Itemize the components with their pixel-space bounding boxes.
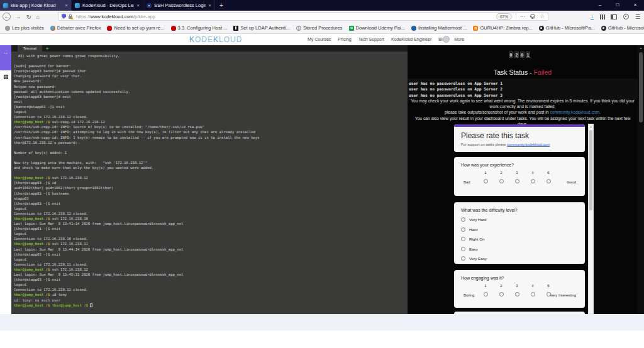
forward-button[interactable]: → bbox=[16, 14, 21, 20]
scale-radio[interactable] bbox=[547, 179, 551, 183]
bookmark-item[interactable]: GitHub - Microsoft/Pa... bbox=[536, 24, 597, 31]
minimize-button[interactable]: – bbox=[591, 0, 609, 11]
scroll-up-arrow-icon[interactable]: ▲ bbox=[589, 125, 593, 129]
terminal-line: logout bbox=[14, 282, 406, 287]
browser-tab-3[interactable]: SSH Passwordless Login Using × bbox=[143, 0, 215, 11]
redhat-icon bbox=[107, 26, 112, 31]
terminal-line: logout bbox=[14, 206, 406, 211]
terminal-line: exit bbox=[14, 99, 406, 104]
page-viewport: KODEKLOUD My Courses Pricing Tech Suppor… bbox=[0, 34, 644, 348]
bookmark-item[interactable]: Les plus visités bbox=[3, 24, 47, 31]
url-bar[interactable]: https://www.kodekloud.com/p/kke-app 67% … bbox=[58, 12, 548, 21]
bookmark-item[interactable]: Installing Mattermost ... bbox=[409, 24, 470, 31]
terminal-line: logout bbox=[14, 257, 406, 262]
globe-icon bbox=[296, 26, 301, 31]
scale-radio[interactable] bbox=[484, 292, 488, 296]
question-text: How engaging was it? bbox=[461, 276, 585, 280]
bookmark-item[interactable]: Set up LDAP Authenti... bbox=[231, 24, 292, 31]
home-button[interactable]: ⌂ bbox=[36, 14, 40, 20]
sidebar-toggle-icon[interactable] bbox=[611, 14, 617, 19]
new-tab-button[interactable]: + bbox=[215, 0, 228, 11]
bookmark-item[interactable]: Débuter avec Firefox bbox=[48, 24, 104, 31]
terminal-line: /usr/bin/ssh-copy-id: INFO: Source of ke… bbox=[14, 124, 406, 129]
redhat-icon bbox=[171, 26, 176, 31]
tab-close-icon[interactable]: × bbox=[65, 3, 68, 8]
choice-radio[interactable] bbox=[461, 227, 465, 232]
nav-my-courses[interactable]: My Courses bbox=[308, 37, 331, 41]
scale-radio[interactable] bbox=[499, 179, 504, 183]
scroll-up-arrow-icon[interactable]: ▲ bbox=[638, 46, 644, 50]
scrollbar-thumb[interactable] bbox=[589, 130, 592, 210]
scale-radio[interactable] bbox=[499, 292, 504, 296]
task-notice: You may check your work again to see wha… bbox=[410, 98, 635, 127]
choice-option[interactable]: Hard bbox=[461, 227, 585, 232]
choice-option[interactable]: Very Easy bbox=[461, 256, 585, 261]
support-link[interactable]: community.kodekloud.com bbox=[507, 143, 550, 146]
library-icon[interactable] bbox=[600, 14, 601, 19]
timer-digit: 0 bbox=[520, 52, 525, 58]
nav-more[interactable]: More bbox=[454, 37, 464, 41]
terminal-line: New password: bbox=[14, 79, 406, 84]
choice-option[interactable]: Very Hard bbox=[461, 217, 585, 222]
scrollbar-thumb[interactable] bbox=[639, 52, 643, 122]
survey-scrollbar[interactable]: ▲ bbox=[588, 124, 594, 314]
page-scrollbar[interactable]: ▲ bbox=[638, 45, 644, 314]
nav-kodekloud-engineer[interactable]: KodeKloud Engineer bbox=[391, 37, 431, 41]
tab-close-icon[interactable]: × bbox=[136, 3, 140, 8]
terminal-tab[interactable]: Terminal bbox=[18, 45, 42, 52]
open-panel-arrow-icon[interactable]: → bbox=[0, 45, 11, 70]
bookmark-item[interactable]: Stored Procedures bbox=[294, 24, 345, 31]
nav-tech-support[interactable]: Tech Support bbox=[358, 37, 384, 41]
terminal-line: [thor@stapp03 ~]$ exit bbox=[14, 277, 406, 282]
terminal[interactable]: Terminal + #3) with great power comes gr… bbox=[11, 45, 408, 314]
reload-button[interactable]: ↻ bbox=[26, 14, 31, 20]
bookmark-star-icon[interactable]: ☆ bbox=[540, 13, 545, 19]
terminal-new-tab-button[interactable]: + bbox=[42, 45, 53, 52]
terminal-output[interactable]: #3) with great power comes great respons… bbox=[11, 52, 408, 314]
firefox-window: kke-app | Kode Kloud × KodeKloud - DevOp… bbox=[0, 0, 644, 348]
back-button[interactable]: ← bbox=[3, 13, 11, 21]
bookmark-item[interactable]: BGURU4HP: Zimbra rep... bbox=[470, 24, 535, 31]
page-actions-icon[interactable]: ⋯ bbox=[520, 14, 526, 19]
lock-icon[interactable] bbox=[69, 16, 72, 19]
hamburger-menu-icon[interactable]: ☰ bbox=[635, 14, 640, 20]
maximize-button[interactable]: □ bbox=[609, 0, 626, 11]
scale-radio[interactable] bbox=[515, 179, 519, 183]
tab-close-icon[interactable]: × bbox=[208, 3, 211, 8]
bookmark-item[interactable]: 3.3. Configuring Host ... bbox=[169, 24, 230, 31]
browser-tab-2[interactable]: KodeKloud - DevOps Learning × bbox=[72, 0, 143, 11]
scale-radio[interactable] bbox=[484, 179, 488, 183]
account-icon[interactable] bbox=[623, 14, 629, 19]
avatar[interactable] bbox=[443, 36, 450, 43]
nav-pricing[interactable]: Pricing bbox=[338, 37, 351, 41]
terminal-line: and check to make sure that only the key… bbox=[14, 165, 406, 170]
downloads-icon[interactable]: ↓ bbox=[591, 13, 594, 20]
scale-radio[interactable] bbox=[515, 292, 519, 296]
choice-radio[interactable] bbox=[461, 256, 465, 261]
bookmarks-bar: Les plus visitésDébuter avec FirefoxNeed… bbox=[0, 23, 644, 34]
timer-digit: 1 bbox=[526, 52, 530, 58]
pocket-icon[interactable] bbox=[530, 14, 535, 19]
scale-radio[interactable] bbox=[531, 292, 535, 296]
page-zoom-indicator[interactable]: 67% bbox=[496, 13, 512, 20]
scale-radio[interactable] bbox=[547, 292, 551, 296]
close-button[interactable]: × bbox=[626, 0, 644, 11]
apps-grid-icon[interactable] bbox=[0, 70, 11, 83]
bookmark-item[interactable]: ruDownload Udemy Pai... bbox=[347, 24, 408, 31]
scale-number: 2 bbox=[498, 171, 504, 175]
choice-radio[interactable] bbox=[461, 217, 465, 222]
community-link[interactable]: community.kodekloud.com bbox=[550, 110, 599, 114]
tracking-protection-shield-icon[interactable] bbox=[62, 14, 66, 19]
scale-radio[interactable] bbox=[531, 179, 535, 183]
terminal-line: logout bbox=[14, 109, 406, 114]
bookmark-item[interactable]: GitHub - Microsoft/Pa... bbox=[599, 24, 644, 31]
bookmark-item[interactable]: Need to set up yum re... bbox=[104, 24, 167, 31]
choice-radio[interactable] bbox=[461, 247, 465, 251]
choice-radio[interactable] bbox=[461, 237, 465, 241]
choice-option[interactable]: Right On bbox=[461, 237, 585, 241]
choice-option[interactable]: Easy bbox=[461, 247, 585, 251]
scale-number: 4 bbox=[530, 284, 536, 288]
browser-tab-active[interactable]: kke-app | Kode Kloud × bbox=[0, 0, 72, 11]
kodekloud-logo[interactable]: KODEKLOUD bbox=[189, 35, 242, 44]
terminal-line: logout bbox=[14, 231, 406, 236]
